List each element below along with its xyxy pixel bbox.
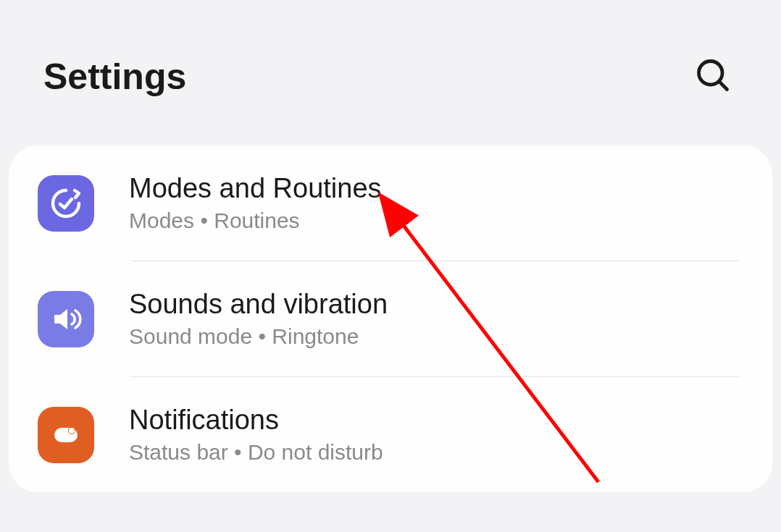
settings-item-notifications[interactable]: Notifications Status bar • Do not distur… [9,377,772,492]
settings-item-sounds-vibration[interactable]: Sounds and vibration Sound mode • Ringto… [9,261,772,376]
item-title: Modes and Routines [129,173,382,204]
item-subtitle: Sound mode • Ringtone [129,324,388,349]
header: Settings [0,0,781,138]
item-title: Notifications [129,405,383,436]
item-text: Modes and Routines Modes • Routines [129,173,382,233]
item-text: Sounds and vibration Sound mode • Ringto… [129,289,388,349]
settings-card: Modes and Routines Modes • Routines Soun… [9,145,772,492]
sounds-icon [38,291,94,347]
svg-line-1 [719,82,727,90]
notifications-icon [38,407,94,463]
svg-point-4 [69,428,75,434]
item-text: Notifications Status bar • Do not distur… [129,405,383,465]
page-title: Settings [43,56,186,98]
item-subtitle: Modes • Routines [129,208,382,233]
item-title: Sounds and vibration [129,289,388,320]
modes-routines-icon [38,175,94,232]
search-button[interactable] [688,51,738,102]
item-subtitle: Status bar • Do not disturb [129,440,383,465]
search-icon [694,85,732,96]
settings-item-modes-routines[interactable]: Modes and Routines Modes • Routines [9,145,772,261]
